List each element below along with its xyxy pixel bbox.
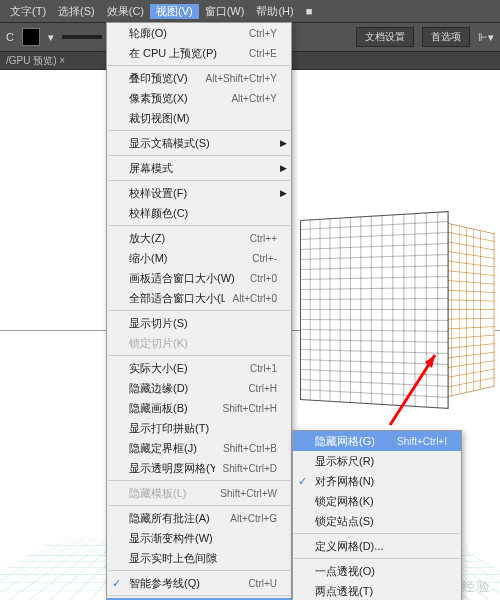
view-menu-item[interactable]: 叠印预览(V)Alt+Shift+Ctrl+Y bbox=[107, 68, 291, 88]
perspective-submenu-item[interactable]: 显示标尺(R) bbox=[293, 451, 461, 471]
separator bbox=[294, 533, 460, 534]
menu-item-label: 显示打印拼贴(T) bbox=[129, 421, 277, 436]
view-menu-item: 隐藏模板(L)Shift+Ctrl+W bbox=[107, 483, 291, 503]
view-menu-item[interactable]: 校样颜色(C) bbox=[107, 203, 291, 223]
menu-item-label: 一点透视(O) bbox=[315, 564, 447, 579]
view-menu-item[interactable]: 显示切片(S) bbox=[107, 313, 291, 333]
view-menu-item[interactable]: 显示渐变构件(W) bbox=[107, 528, 291, 548]
menu-item-label: 显示标尺(R) bbox=[315, 454, 447, 469]
view-menu-item[interactable]: 画板适合窗口大小(W)Ctrl+0 bbox=[107, 268, 291, 288]
shortcut: Shift+Ctrl+D bbox=[223, 463, 277, 474]
menu-item-label: 在 CPU 上预览(P) bbox=[129, 46, 241, 61]
view-menu-item[interactable]: 在 CPU 上预览(P)Ctrl+E bbox=[107, 43, 291, 63]
menu-item-label: 校样设置(F) bbox=[129, 186, 277, 201]
shortcut: Shift+Ctrl+W bbox=[220, 488, 277, 499]
check-icon: ✓ bbox=[298, 475, 307, 488]
perspective-submenu-item[interactable]: 定义网格(D)... bbox=[293, 536, 461, 556]
shortcut: Alt+Ctrl+G bbox=[230, 513, 277, 524]
menu-item-label: 显示实时上色间隙 bbox=[129, 551, 277, 566]
menu-window[interactable]: 窗口(W) bbox=[199, 4, 251, 19]
menu-item-label: 隐藏模板(L) bbox=[129, 486, 212, 501]
menu-effect[interactable]: 效果(C) bbox=[101, 4, 150, 19]
shortcut: Shift+Ctrl+B bbox=[223, 443, 277, 454]
view-menu-item[interactable]: 隐藏定界框(J)Shift+Ctrl+B bbox=[107, 438, 291, 458]
perspective-submenu-item[interactable]: 锁定网格(K) bbox=[293, 491, 461, 511]
shortcut: Ctrl+E bbox=[249, 48, 277, 59]
align-icon[interactable]: ⊩▾ bbox=[478, 31, 494, 44]
menu-item-label: 轮廓(O) bbox=[129, 26, 241, 41]
view-menu-item[interactable]: 校样设置(F)▶ bbox=[107, 183, 291, 203]
view-menu-item[interactable]: 隐藏画板(B)Shift+Ctrl+H bbox=[107, 398, 291, 418]
separator bbox=[108, 130, 290, 131]
perspective-submenu-item[interactable]: 两点透视(T) bbox=[293, 581, 461, 600]
shortcut: Ctrl++ bbox=[250, 233, 277, 244]
menu-help[interactable]: 帮助(H) bbox=[250, 4, 299, 19]
prefs-button[interactable]: 首选项 bbox=[422, 27, 470, 47]
shortcut: Alt+Ctrl+0 bbox=[233, 293, 277, 304]
fill-swatch[interactable] bbox=[22, 28, 40, 46]
menu-item-label: 全部适合窗口大小(L) bbox=[129, 291, 225, 306]
shortcut: Shift+Ctrl+H bbox=[223, 403, 277, 414]
menu-item-label: 隐藏边缘(D) bbox=[129, 381, 240, 396]
shortcut: Ctrl+1 bbox=[250, 363, 277, 374]
perspective-submenu-item[interactable]: 一点透视(O) bbox=[293, 561, 461, 581]
view-menu-item[interactable]: 实际大小(E)Ctrl+1 bbox=[107, 358, 291, 378]
perspective-submenu-item[interactable]: 隐藏网格(G)Shift+Ctrl+I bbox=[293, 431, 461, 451]
menu-item-label: 显示透明度网格(Y) bbox=[129, 461, 215, 476]
view-menu-dropdown: 轮廓(O)Ctrl+Y在 CPU 上预览(P)Ctrl+E叠印预览(V)Alt+… bbox=[106, 22, 292, 600]
submenu-arrow-icon: ▶ bbox=[280, 138, 287, 148]
menu-item-label: 放大(Z) bbox=[129, 231, 242, 246]
menu-select[interactable]: 选择(S) bbox=[52, 4, 101, 19]
menu-text[interactable]: 文字(T) bbox=[4, 4, 52, 19]
menu-view[interactable]: 视图(V) bbox=[150, 4, 199, 19]
shortcut: Ctrl+Y bbox=[249, 28, 277, 39]
shortcut: Ctrl+U bbox=[248, 578, 277, 589]
view-menu-item[interactable]: 放大(Z)Ctrl++ bbox=[107, 228, 291, 248]
submenu-arrow-icon: ▶ bbox=[280, 188, 287, 198]
separator bbox=[108, 505, 290, 506]
separator bbox=[108, 180, 290, 181]
view-menu-item[interactable]: 显示文稿模式(S)▶ bbox=[107, 133, 291, 153]
label-c: C bbox=[6, 31, 14, 43]
view-menu-item[interactable]: 裁切视图(M) bbox=[107, 108, 291, 128]
view-menu-item[interactable]: 隐藏边缘(D)Ctrl+H bbox=[107, 378, 291, 398]
menu-item-label: 定义网格(D)... bbox=[315, 539, 447, 554]
perspective-submenu-item[interactable]: 锁定站点(S) bbox=[293, 511, 461, 531]
view-menu-item[interactable]: 隐藏所有批注(A)Alt+Ctrl+G bbox=[107, 508, 291, 528]
menu-item-label: 智能参考线(Q) bbox=[129, 576, 240, 591]
perspective-building bbox=[300, 220, 480, 420]
menu-item-label: 实际大小(E) bbox=[129, 361, 242, 376]
check-icon: ✓ bbox=[112, 577, 121, 590]
menu-item-label: 隐藏定界框(J) bbox=[129, 441, 215, 456]
menu-item-label: 缩小(M) bbox=[129, 251, 244, 266]
menu-extra[interactable]: ■ bbox=[300, 5, 319, 17]
separator bbox=[108, 65, 290, 66]
menu-item-label: 裁切视图(M) bbox=[129, 111, 277, 126]
stroke-weight[interactable] bbox=[62, 35, 102, 39]
view-menu-item[interactable]: 全部适合窗口大小(L)Alt+Ctrl+0 bbox=[107, 288, 291, 308]
doc-setup-button[interactable]: 文档设置 bbox=[356, 27, 414, 47]
separator bbox=[108, 595, 290, 596]
shortcut: Ctrl+H bbox=[248, 383, 277, 394]
view-menu-item[interactable]: 显示实时上色间隙 bbox=[107, 548, 291, 568]
view-menu-item[interactable]: 屏幕模式▶ bbox=[107, 158, 291, 178]
separator bbox=[108, 155, 290, 156]
menu-item-label: 锁定网格(K) bbox=[315, 494, 447, 509]
menu-item-label: 两点透视(T) bbox=[315, 584, 447, 599]
menu-item-label: 校样颜色(C) bbox=[129, 206, 277, 221]
separator bbox=[108, 225, 290, 226]
separator bbox=[108, 310, 290, 311]
dropdown-icon[interactable]: ▾ bbox=[48, 31, 54, 44]
view-menu-item[interactable]: 像素预览(X)Alt+Ctrl+Y bbox=[107, 88, 291, 108]
view-menu-item[interactable]: ✓智能参考线(Q)Ctrl+U bbox=[107, 573, 291, 593]
shortcut: Alt+Ctrl+Y bbox=[231, 93, 277, 104]
view-menu-item[interactable]: 轮廓(O)Ctrl+Y bbox=[107, 23, 291, 43]
view-menu-item[interactable]: 显示打印拼贴(T) bbox=[107, 418, 291, 438]
view-menu-item: 锁定切片(K) bbox=[107, 333, 291, 353]
view-menu-item[interactable]: 缩小(M)Ctrl+- bbox=[107, 248, 291, 268]
menubar: 文字(T) 选择(S) 效果(C) 视图(V) 窗口(W) 帮助(H) ■ bbox=[0, 0, 500, 22]
menu-item-label: 锁定站点(S) bbox=[315, 514, 447, 529]
separator bbox=[108, 355, 290, 356]
perspective-submenu-item[interactable]: ✓对齐网格(N) bbox=[293, 471, 461, 491]
view-menu-item[interactable]: 显示透明度网格(Y)Shift+Ctrl+D bbox=[107, 458, 291, 478]
